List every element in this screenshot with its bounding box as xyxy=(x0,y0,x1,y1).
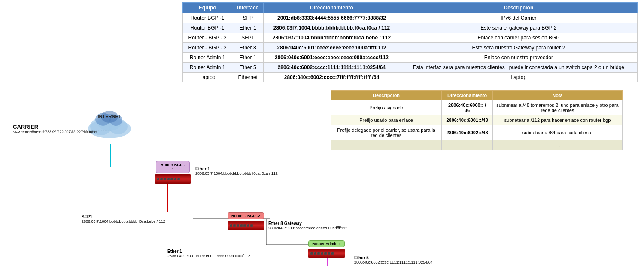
router-bgp2-device: ⬛⬛⬛⬛⬛⬛⬛ xyxy=(228,221,264,230)
sec-col-header-direccionamiento: Direccionamiento xyxy=(442,91,493,100)
bgp2-sfp1-block: SFP1 2806:03f7:1004:bbbb:bbbb:bbbb:f0ca:… xyxy=(82,215,165,224)
sec-cell-nota: subnetear a /112 para hacer enlace con r… xyxy=(493,115,623,125)
sec-cell-direccionamiento: 2806:40c:6001::/48 xyxy=(442,115,493,125)
sec-cell-descripcion: Prefijo asignado xyxy=(331,100,442,115)
router-admin1: Router Admin 1 ⬛⬛⬛⬛⬛⬛⬛ xyxy=(308,240,345,258)
main-cell-descripcion: Enlace con carrier para sesion BGP xyxy=(400,33,637,43)
main-cell-descripcion: Enlace con nuestro proveedor xyxy=(400,53,637,63)
bgp1-ether1-block: Ether 1 2806:03f7:1004:bbbb:bbbb:bbbb:f0… xyxy=(195,167,278,176)
bgp1-ether1-addr: 2806:03f7:1004:bbbb:bbbb:bbbb:f0ca:f0ca … xyxy=(195,171,278,176)
router-bgp1-label: Router BGP - 1 xyxy=(156,161,189,173)
router-bgp1: Router BGP - 1 ⬛⬛⬛⬛⬛⬛⬛ xyxy=(155,161,191,184)
main-cell-interface: SFP xyxy=(232,13,264,23)
sec-col-header-descripcion: Descripcion xyxy=(331,91,442,100)
main-cell-interface: Ether 1 xyxy=(232,23,264,33)
main-cell-descripcion: Este sera nuestro Gateway para router 2 xyxy=(400,43,637,53)
bgp2-sfp1-label: SFP1 xyxy=(82,215,165,219)
sec-cell-nota: — . . xyxy=(493,140,623,150)
main-cell-descripcion: IPv6 del Carrier xyxy=(400,13,637,23)
main-table-row: Router BGP -1SFP2001:db8:3333:4444:5555:… xyxy=(183,13,638,23)
router-bgp1-device: ⬛⬛⬛⬛⬛⬛⬛ xyxy=(155,174,191,184)
sec-cell-nota: subnetear a /64 para cada cliente xyxy=(493,125,623,140)
main-cell-equipo: Router - BGP - 2 xyxy=(183,33,232,43)
carrier-label: CARRIER xyxy=(13,124,97,130)
main-cell-equipo: Router BGP -1 xyxy=(183,23,232,33)
main-cell-descripcion: Esta interfaz sera para nuestros cliente… xyxy=(400,63,637,73)
main-cell-equipo: Router - BGP - 2 xyxy=(183,43,232,53)
main-cell-descripcion: Este sera el gateway para BGP 2 xyxy=(400,23,637,33)
main-table-row: Router BGP -1Ether 12806:03f7:1004:bbbb:… xyxy=(183,23,638,33)
router-bgp2-label: Router - BGP -2 xyxy=(228,212,264,219)
admin1-ether1-addr: 2806:040c:6001:eeee:eeee:eeee:000a:cccc/… xyxy=(167,254,250,258)
admin1-ether1-label: Ether 1 xyxy=(167,249,250,254)
router-admin1-device: ⬛⬛⬛⬛⬛⬛⬛ xyxy=(308,249,345,258)
sec-cell-descripcion: Prefijo delegado por el carrier, se usar… xyxy=(331,125,442,140)
secondary-table-row: Prefijo asignado2806:40c:6000:: / 36subn… xyxy=(331,100,623,115)
admin1-ether1-block: Ether 1 2806:040c:6001:eeee:eeee:eeee:00… xyxy=(167,249,250,258)
sec-cell-nota: subnetear a /48 tomaremos 2, uno para en… xyxy=(493,100,623,115)
secondary-table-row: Prefijo usado para enlace2806:40c:6001::… xyxy=(331,115,623,125)
bgp2-sfp1-addr: 2806:03f7:1004:bbbb:bbbb:bbbb:f0ca:bebe … xyxy=(82,219,165,224)
col-header-interface: Interface xyxy=(232,3,264,13)
sec-cell-direccionamiento: 2806:40c:6000:: / 36 xyxy=(442,100,493,115)
bgp2-ether8-label: Ether 8 Gateway xyxy=(268,221,347,226)
secondary-table-container: Descripcion Direccionamiento Nota Prefij… xyxy=(331,90,623,150)
admin1-ether5-block: Ether 5 2806:40c:6002:cccc:1111:1111:111… xyxy=(354,255,433,264)
secondary-table-row: ——— . . xyxy=(331,140,623,150)
sec-cell-descripcion: Prefijo usado para enlace xyxy=(331,115,442,125)
col-header-equipo: Equipo xyxy=(183,3,232,13)
bgp2-ether8-addr: 2806:040c:6001:eeee:eeee:eeee:000a:ffff/… xyxy=(268,226,347,230)
main-cell-interface: SFP1 xyxy=(232,33,264,43)
main-cell-descripcion: Laptop xyxy=(400,73,637,82)
router-admin1-label: Router Admin 1 xyxy=(308,240,345,247)
sec-col-header-nota: Nota xyxy=(493,91,623,100)
main-cell-direccionamiento: 2806:03f7:1004:bbbb:bbbb:bbbb:f0ca:bebe … xyxy=(264,33,400,43)
main-table-row: Router - BGP - 2Ether 82806:040c:6001:ee… xyxy=(183,43,638,53)
bgp1-ether1-label: Ether 1 xyxy=(195,167,278,171)
col-header-direccionamiento: Direccionamiento xyxy=(264,3,400,13)
internet-label: INTERNET xyxy=(84,114,135,119)
admin1-ether5-label: Ether 5 xyxy=(354,255,433,260)
router-bgp2: Router - BGP -2 ⬛⬛⬛⬛⬛⬛⬛ xyxy=(228,212,264,230)
secondary-table-row: Prefijo delegado por el carrier, se usar… xyxy=(331,125,623,140)
main-cell-equipo: Router BGP -1 xyxy=(183,13,232,23)
diagram: INTERNET CARRIER SFP :2001:db8:3333:4444… xyxy=(0,60,331,266)
main-cell-interface: Ether 8 xyxy=(232,43,264,53)
col-header-descripcion: Descripcion xyxy=(400,3,637,13)
carrier-block: CARRIER SFP :2001:db8:3333:4444:5555:666… xyxy=(13,124,97,134)
sec-cell-direccionamiento: 2806:40c:6002::/48 xyxy=(442,125,493,140)
main-cell-direccionamiento: 2806:03f7:1004:bbbb:bbbb:bbbb:f0ca:f0ca … xyxy=(264,23,400,33)
secondary-table: Descripcion Direccionamiento Nota Prefij… xyxy=(331,90,623,150)
bgp2-ether8-block: Ether 8 Gateway 2806:040c:6001:eeee:eeee… xyxy=(268,221,347,230)
main-table-row: Router - BGP - 2SFP12806:03f7:1004:bbbb:… xyxy=(183,33,638,43)
carrier-addr: SFP :2001:db8:3333:4444:5555:6666:7777:8… xyxy=(13,130,97,134)
main-cell-direccionamiento: 2001:db8:3333:4444:5555:6666:7777:8888/3… xyxy=(264,13,400,23)
admin1-ether5-addr: 2806:40c:6002:cccc:1111:1111:1111:0254/6… xyxy=(354,260,433,264)
sec-cell-direccionamiento: — xyxy=(442,140,493,150)
main-cell-direccionamiento: 2806:040c:6001:eeee:eeee:eeee:000a:ffff/… xyxy=(264,43,400,53)
sec-cell-descripcion: — xyxy=(331,140,442,150)
